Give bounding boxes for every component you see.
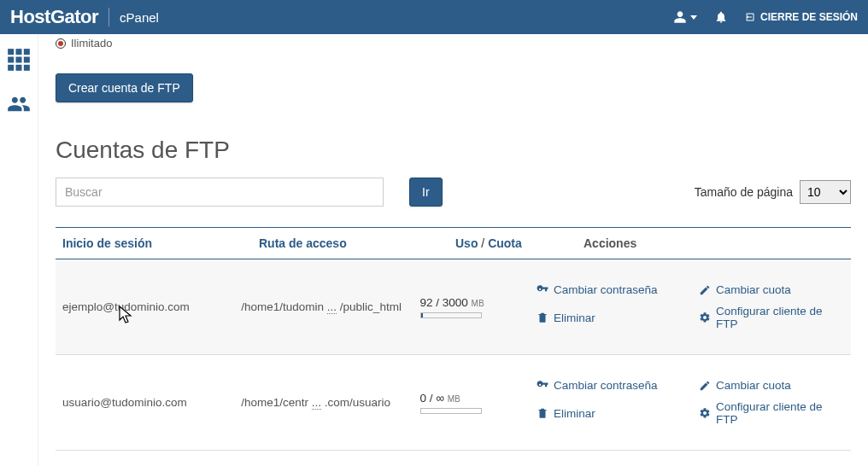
trash-icon: [537, 312, 548, 323]
create-ftp-account-button[interactable]: Crear cuenta de FTP: [56, 73, 193, 102]
cell-login: usuario@tudominio.com: [62, 396, 241, 409]
svg-rect-8: [24, 65, 30, 71]
sidebar-item-grid[interactable]: [7, 48, 31, 75]
svg-rect-4: [16, 57, 22, 63]
trash-icon: [537, 407, 548, 419]
brand-logo[interactable]: HostGator: [10, 6, 98, 28]
search-input[interactable]: [56, 178, 384, 207]
grid-icon: [7, 48, 31, 72]
search-go-button[interactable]: Ir: [409, 178, 443, 207]
svg-rect-3: [8, 57, 14, 63]
change-quota-link[interactable]: Cambiar cuota: [699, 379, 844, 392]
change-quota-link[interactable]: Cambiar cuota: [699, 283, 844, 296]
delete-link[interactable]: Eliminar: [537, 400, 682, 426]
bell-icon: [714, 10, 728, 24]
logout-label: CIERRE DE SESIÓN: [760, 11, 858, 23]
page-size-select[interactable]: 10: [800, 180, 851, 204]
svg-rect-7: [16, 65, 22, 71]
user-menu[interactable]: [673, 10, 697, 24]
users-icon: [7, 92, 31, 116]
logout-icon: [745, 12, 755, 22]
delete-link[interactable]: Eliminar: [537, 305, 682, 330]
cell-usage: 92 / 3000 MB: [420, 296, 537, 318]
section-title-ftp-accounts: Cuentas de FTP: [56, 137, 851, 164]
cell-login: ejemplo@tudominio.com: [62, 300, 241, 313]
change-password-link[interactable]: Cambiar contraseña: [537, 283, 682, 296]
configure-ftp-client-link[interactable]: Configurar cliente de FTP: [699, 400, 844, 426]
change-password-link[interactable]: Cambiar contraseña: [537, 379, 682, 392]
radio-label: Ilimitado: [71, 37, 112, 50]
pencil-icon: [699, 284, 711, 296]
svg-rect-0: [8, 49, 14, 55]
cell-path: /home1/centr ... .com/usuario: [241, 396, 419, 409]
product-name: cPanel: [120, 10, 159, 25]
column-header-usage-quota[interactable]: Uso / Cuota: [455, 236, 584, 250]
cell-path: /home1/tudomin ... /public_html: [241, 300, 419, 313]
ftp-accounts-table: Inicio de sesión Ruta de acceso Uso / Cu…: [56, 227, 851, 451]
gear-icon: [699, 312, 711, 323]
quota-unlimited-radio[interactable]: Ilimitado: [56, 37, 851, 50]
logout-button[interactable]: CIERRE DE SESIÓN: [745, 11, 858, 23]
gear-icon: [699, 407, 711, 419]
cell-usage: 0 / ∞ MB: [420, 392, 537, 414]
key-icon: [537, 380, 548, 392]
table-row: usuario@tudominio.com /home1/centr ... .…: [56, 355, 851, 451]
svg-rect-2: [24, 49, 30, 55]
notifications-button[interactable]: [714, 10, 728, 24]
configure-ftp-client-link[interactable]: Configurar cliente de FTP: [699, 305, 844, 330]
pencil-icon: [699, 380, 711, 392]
column-header-login[interactable]: Inicio de sesión: [62, 236, 259, 250]
column-header-path[interactable]: Ruta de acceso: [259, 236, 455, 250]
header-divider: [108, 8, 109, 26]
chevron-down-icon: [690, 15, 697, 20]
table-row: ejemplo@tudominio.com /home1/tudomin ...…: [56, 259, 851, 355]
svg-rect-5: [24, 57, 30, 63]
svg-rect-1: [16, 49, 22, 55]
column-header-actions: Acciones: [584, 236, 844, 250]
radio-icon: [56, 38, 66, 49]
user-icon: [673, 10, 687, 24]
sidebar-item-users[interactable]: [7, 92, 31, 119]
key-icon: [537, 284, 548, 296]
svg-rect-6: [8, 65, 14, 71]
page-size-label: Tamaño de página: [695, 185, 793, 199]
